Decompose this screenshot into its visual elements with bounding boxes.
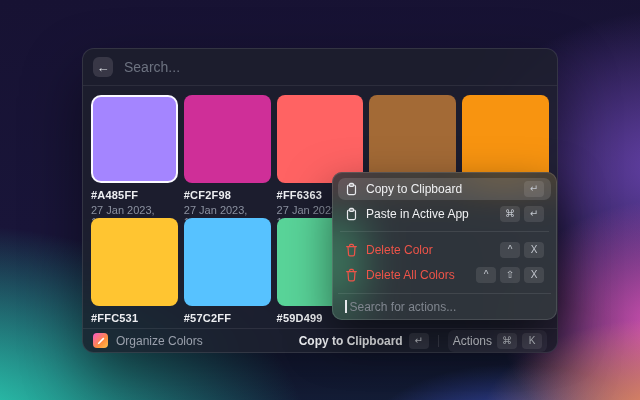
color-cell[interactable]: #57C2FF27 Jan 2023, 16:05	[184, 218, 271, 328]
color-swatch[interactable]	[277, 95, 364, 183]
menu-item[interactable]: Delete Color^X	[338, 239, 551, 261]
shortcut-key-badge: ↵	[524, 181, 544, 197]
menu-item-shortcuts: ^⇧X	[476, 267, 544, 283]
pen-icon	[96, 332, 105, 350]
color-cell[interactable]: #FFC53127 Jan 2023, 16:05	[91, 218, 178, 328]
app-name-label: Organize Colors	[116, 334, 203, 348]
color-hex-label: #57C2FF	[184, 312, 271, 324]
shortcut-key-badge: ↵	[524, 206, 544, 222]
menu-item-label: Delete All Colors	[366, 268, 455, 282]
shortcut-key-badge: ⇧	[500, 267, 520, 283]
clipboard-icon	[345, 207, 358, 221]
trash-icon	[345, 268, 358, 282]
shortcut-key-badge: X	[524, 267, 544, 283]
color-swatch[interactable]	[369, 95, 456, 183]
search-bar: ←	[83, 49, 557, 86]
actions-button[interactable]: Actions ⌘ K	[448, 330, 547, 352]
k-key-badge: K	[522, 333, 542, 349]
menu-item-shortcuts: ↵	[524, 181, 544, 197]
menu-item-label: Copy to Clipboard	[366, 182, 462, 196]
shortcut-key-badge: ⌘	[500, 206, 520, 222]
menu-item-shortcuts: ^X	[500, 242, 544, 258]
back-arrow-icon: ←	[97, 61, 110, 74]
footer-divider	[438, 335, 439, 347]
menu-item[interactable]: Delete All Colors^⇧X	[338, 264, 551, 286]
text-cursor	[345, 300, 347, 313]
color-swatch[interactable]	[184, 95, 271, 183]
menu-divider	[340, 231, 549, 232]
color-swatch[interactable]	[184, 218, 271, 306]
action-search-field[interactable]: Search for actions...	[338, 293, 551, 319]
back-button[interactable]: ←	[93, 57, 113, 77]
color-hex-label: #FFC531	[91, 312, 178, 324]
color-hex-label: #A485FF	[91, 189, 178, 201]
command-key-badge: ⌘	[497, 333, 517, 349]
search-input[interactable]	[124, 59, 547, 75]
footer-bar: Organize Colors Copy to Clipboard ↵ Acti…	[83, 328, 557, 352]
color-cell[interactable]: #A485FF27 Jan 2023, 16:05	[91, 95, 178, 218]
menu-item-label: Delete Color	[366, 243, 433, 257]
screen: ← #A485FF27 Jan 2023, 16:05#CF2F9827 Jan…	[0, 0, 640, 400]
menu-item-shortcuts: ⌘↵	[500, 206, 544, 222]
action-menu-items: Copy to Clipboard↵Paste in Active App⌘↵D…	[338, 178, 551, 293]
menu-item[interactable]: Paste in Active App⌘↵	[338, 203, 551, 225]
action-menu: Copy to Clipboard↵Paste in Active App⌘↵D…	[332, 172, 557, 320]
color-swatch[interactable]	[91, 95, 178, 183]
return-key-badge: ↵	[409, 333, 429, 349]
color-hex-label: #CF2F98	[184, 189, 271, 201]
color-swatch[interactable]	[91, 218, 178, 306]
shortcut-key-badge: ^	[500, 242, 520, 258]
shortcut-key-badge: X	[524, 242, 544, 258]
menu-item[interactable]: Copy to Clipboard↵	[338, 178, 551, 200]
menu-item-label: Paste in Active App	[366, 207, 469, 221]
shortcut-key-badge: ^	[476, 267, 496, 283]
color-swatch[interactable]	[462, 95, 549, 183]
organize-colors-app-icon	[93, 333, 108, 348]
action-search-placeholder: Search for actions...	[350, 300, 457, 314]
actions-label: Actions	[453, 334, 492, 348]
primary-action-label[interactable]: Copy to Clipboard	[299, 334, 403, 348]
color-cell[interactable]: #CF2F9827 Jan 2023, 16:05	[184, 95, 271, 218]
footer-actions: Copy to Clipboard ↵ Actions ⌘ K	[299, 330, 547, 352]
clipboard-icon	[345, 182, 358, 196]
trash-icon	[345, 243, 358, 257]
